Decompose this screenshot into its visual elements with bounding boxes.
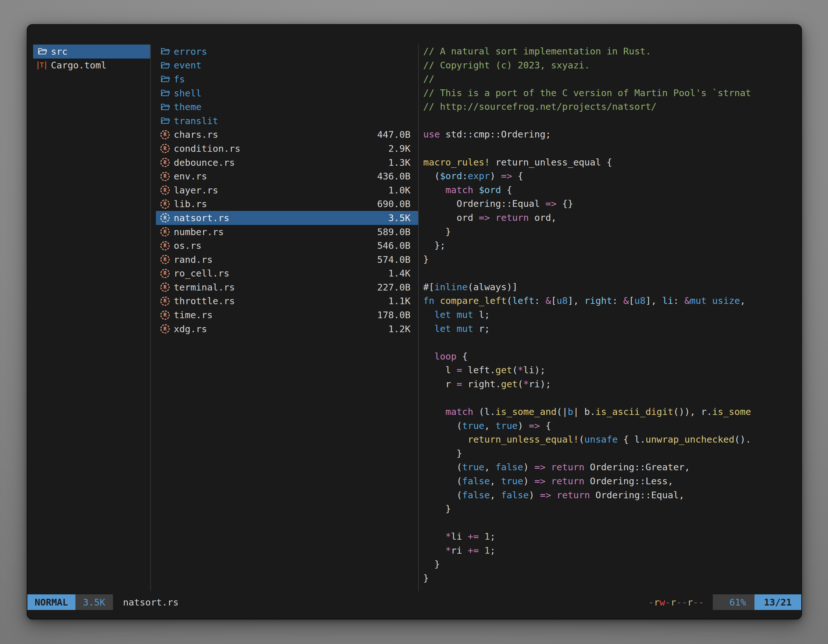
file-row[interactable]: Rdebounce.rs1.3K (156, 155, 418, 169)
code-line (423, 266, 801, 280)
item-label: chars.rs (174, 129, 218, 140)
item-label: env.rs (174, 171, 207, 182)
item-label: lib.rs (174, 199, 207, 209)
item-size: 3.5K (388, 213, 411, 223)
code-line: } (423, 225, 801, 239)
rust-icon: R (160, 310, 174, 320)
file-size-badge: 3.5K (75, 594, 113, 610)
folder-open-icon (160, 47, 174, 56)
item-size: 574.0B (377, 254, 411, 265)
file-row[interactable]: Rro_cell.rs1.4K (156, 266, 418, 280)
code-line (423, 142, 801, 155)
preview-percent-badge: 61% (713, 594, 754, 610)
code-line: *ri += 1; (423, 544, 801, 558)
rust-icon: R (160, 255, 174, 264)
code-line (423, 391, 801, 405)
item-size: 690.0B (377, 199, 411, 209)
rust-icon: R (160, 324, 174, 334)
code-line: *li += 1; (423, 530, 801, 544)
folder-open-icon (38, 47, 51, 56)
item-label: os.rs (174, 240, 201, 251)
item-label: shell (174, 88, 201, 99)
folder-row[interactable]: event (156, 58, 418, 72)
item-size: 589.0B (377, 227, 411, 237)
folder-open-icon (160, 116, 174, 126)
file-row[interactable]: Renv.rs436.0B (156, 169, 418, 183)
code-line: ord => return ord, (423, 211, 801, 225)
folder-open-icon (160, 60, 174, 71)
file-row[interactable]: Ros.rs546.0B (156, 239, 418, 253)
rust-icon: R (160, 296, 174, 306)
rust-icon: R (160, 185, 174, 195)
rust-icon: R (160, 213, 174, 223)
folder-open-icon (160, 88, 174, 98)
file-row[interactable]: Rchars.rs447.0B (156, 128, 418, 142)
code-line: Ordering::Equal => {} (423, 197, 801, 211)
item-label: fs (174, 74, 185, 85)
toml-icon: T (38, 61, 51, 69)
code-line: use std::cmp::Ordering; (423, 128, 801, 142)
code-line: l = left.get(*li); (423, 364, 801, 378)
code-line: // Copyright (c) 2023, sxyazi. (423, 58, 801, 72)
item-label: translit (174, 116, 218, 126)
folder-row[interactable]: translit (156, 114, 418, 128)
folder-row[interactable]: theme (156, 100, 418, 114)
code-line: (false, true) => return Ordering::Less, (423, 475, 801, 489)
file-row[interactable]: Rnatsort.rs3.5K (156, 211, 418, 225)
item-size: 546.0B (377, 240, 411, 251)
rust-icon: R (160, 172, 174, 181)
file-row[interactable]: Rterminal.rs227.0B (156, 280, 418, 294)
folder-row[interactable]: src (33, 45, 150, 58)
code-line: match (l.is_some_and(|b| b.is_ascii_digi… (423, 405, 801, 419)
file-row[interactable]: Rnumber.rs589.0B (156, 225, 418, 239)
folder-open-icon (160, 102, 174, 112)
rust-icon: R (160, 144, 174, 153)
item-label: Cargo.toml (51, 60, 107, 71)
item-label: layer.rs (174, 185, 218, 196)
folder-row[interactable]: shell (156, 86, 418, 100)
file-row[interactable]: Rthrottle.rs1.1K (156, 294, 418, 308)
file-row[interactable]: Rtime.rs178.0B (156, 308, 418, 322)
rust-icon: R (160, 241, 174, 251)
file-row[interactable]: Rcondition.rs2.9K (156, 142, 418, 155)
file-row[interactable]: Rrand.rs574.0B (156, 253, 418, 266)
code-line: }; (423, 239, 801, 253)
rust-icon: R (160, 282, 174, 292)
code-line: #[inline(always)] (423, 280, 801, 294)
file-row[interactable]: Rlib.rs690.0B (156, 197, 418, 211)
code-line: loop { (423, 350, 801, 364)
rust-icon: R (160, 199, 174, 209)
item-label: number.rs (174, 227, 224, 237)
code-line (423, 114, 801, 128)
status-bar: NORMAL 3.5K natsort.rs -rw-r--r-- 61% 13… (27, 594, 801, 610)
code-line (423, 516, 801, 530)
file-row[interactable]: Rlayer.rs1.0K (156, 183, 418, 197)
preview-pane[interactable]: // A natural sort implementation in Rust… (419, 45, 801, 591)
parent-pane: srcTCargo.toml (33, 45, 150, 591)
folder-row[interactable]: errors (156, 45, 418, 58)
folder-row[interactable]: fs (156, 72, 418, 86)
code-line: } (423, 447, 801, 461)
item-label: condition.rs (174, 143, 241, 154)
code-line: (true, false) => return Ordering::Greate… (423, 461, 801, 475)
item-size: 178.0B (377, 310, 411, 320)
panes-area: srcTCargo.toml errorseventfsshellthemetr… (27, 45, 801, 591)
current-pane: errorseventfsshellthemetranslitRchars.rs… (151, 45, 418, 591)
item-size: 227.0B (377, 282, 411, 293)
code-line: } (423, 502, 801, 516)
code-line: } (423, 572, 801, 586)
file-row[interactable]: Rxdg.rs1.2K (156, 322, 418, 336)
status-filename: natsort.rs (123, 594, 179, 610)
rust-icon: R (160, 158, 174, 167)
item-label: theme (174, 102, 201, 112)
code-line: // A natural sort implementation in Rust… (423, 45, 801, 58)
code-line: match $ord { (423, 183, 801, 197)
code-line: (false, false) => return Ordering::Equal… (423, 489, 801, 502)
code-line: macro_rules! return_unless_equal { (423, 155, 801, 169)
item-label: rand.rs (174, 254, 213, 265)
item-label: xdg.rs (174, 324, 207, 334)
item-label: errors (174, 46, 207, 57)
file-row[interactable]: TCargo.toml (33, 58, 150, 72)
item-label: src (51, 46, 67, 57)
item-label: debounce.rs (174, 157, 235, 168)
